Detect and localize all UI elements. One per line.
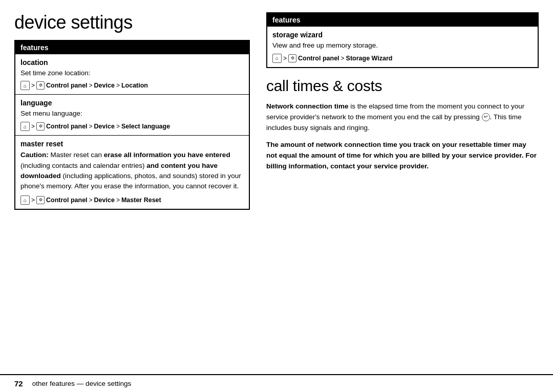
nav-location: Location [121, 82, 148, 89]
arrow-icon11: > [341, 55, 345, 62]
language-section: language Set menu language: ⌂ > ⚙ Contro… [15, 95, 249, 136]
erase-all: erase all information you have entered [104, 151, 230, 159]
location-desc: Set time zone location: [20, 69, 244, 78]
home-icon3: ⌂ [20, 195, 30, 205]
right-features-box: features storage wizard View and free up… [266, 12, 539, 68]
arrow-icon6: > [116, 123, 120, 130]
nav-control-panel2: Control panel [46, 123, 88, 130]
ctrl-icon2: ⚙ [36, 122, 45, 130]
nav-control-panel3: Control panel [46, 197, 88, 204]
arrow-icon8: > [89, 197, 93, 204]
master-reset-desc: Caution: Master reset can erase all info… [20, 150, 244, 191]
master-reset-nav: ⌂ > ⚙ Control panel > Device > Master Re… [20, 195, 244, 205]
and-content: and content you have downloaded [20, 162, 218, 180]
footer: 72 other features — device settings [0, 374, 553, 392]
location-nav: ⌂ > ⚙ Control panel > Device > Location [20, 81, 244, 90]
arrow-icon10: > [283, 55, 287, 62]
arrow-icon2: > [89, 82, 93, 89]
ctrl-icon: ⚙ [36, 81, 45, 90]
location-section: location Set time zone location: ⌂ > ⚙ C… [15, 54, 249, 95]
left-column: device settings features location Set ti… [14, 12, 250, 374]
right-features-header: features [267, 13, 538, 27]
nav-master-reset: Master Reset [121, 197, 161, 204]
arrow-icon7: > [31, 197, 35, 204]
network-connection-time-label: Network connection time [266, 102, 349, 110]
master-reset-section: master reset Caution: Master reset can e… [15, 136, 249, 209]
language-name: language [20, 99, 244, 107]
nav-device3: Device [94, 197, 115, 204]
storage-wizard-nav: ⌂ > ⚙ Control panel > Storage Wizard [272, 54, 533, 63]
arrow-icon3: > [116, 82, 120, 89]
call-times-body: Network connection time is the elapsed t… [266, 101, 539, 178]
caution-label: Caution: [20, 151, 51, 159]
storage-wizard-name: storage wizard [272, 31, 533, 39]
call-times-para2: The amount of network connection time yo… [266, 140, 539, 172]
arrow-icon5: > [89, 123, 93, 130]
footer-text: other features — device settings [32, 380, 132, 387]
nav-select-language: Select language [121, 123, 170, 130]
arrow-icon: > [31, 82, 35, 89]
left-features-header: features [15, 41, 249, 54]
ctrl-icon4: ⚙ [288, 54, 296, 62]
left-features-box: features location Set time zone location… [14, 40, 250, 210]
language-nav: ⌂ > ⚙ Control panel > Device > Select la… [20, 122, 244, 131]
home-icon4: ⌂ [272, 54, 282, 63]
call-times-para1: Network connection time is the elapsed t… [266, 101, 539, 134]
nav-control-panel: Control panel [46, 82, 88, 89]
language-desc: Set menu language: [20, 109, 244, 119]
home-icon: ⌂ [20, 81, 30, 90]
nav-device2: Device [94, 123, 115, 130]
page-title: device settings [14, 12, 250, 33]
right-column: features storage wizard View and free up… [266, 12, 539, 374]
nav-storage-wizard: Storage Wizard [346, 55, 393, 62]
storage-wizard-section: storage wizard View and free up memory s… [267, 27, 538, 67]
arrow-icon4: > [31, 123, 35, 130]
footer-page-number: 72 [14, 379, 23, 388]
ctrl-icon3: ⚙ [36, 196, 45, 204]
nav-device: Device [94, 82, 115, 89]
storage-wizard-desc: View and free up memory storage. [272, 41, 533, 51]
call-times-title: call times & costs [266, 77, 539, 94]
location-name: location [20, 58, 244, 67]
master-reset-name: master reset [20, 140, 244, 148]
home-icon2: ⌂ [20, 122, 30, 131]
end-call-icon: ↩ [482, 113, 490, 121]
nav-control-panel4: Control panel [298, 55, 339, 62]
arrow-icon9: > [116, 197, 120, 204]
